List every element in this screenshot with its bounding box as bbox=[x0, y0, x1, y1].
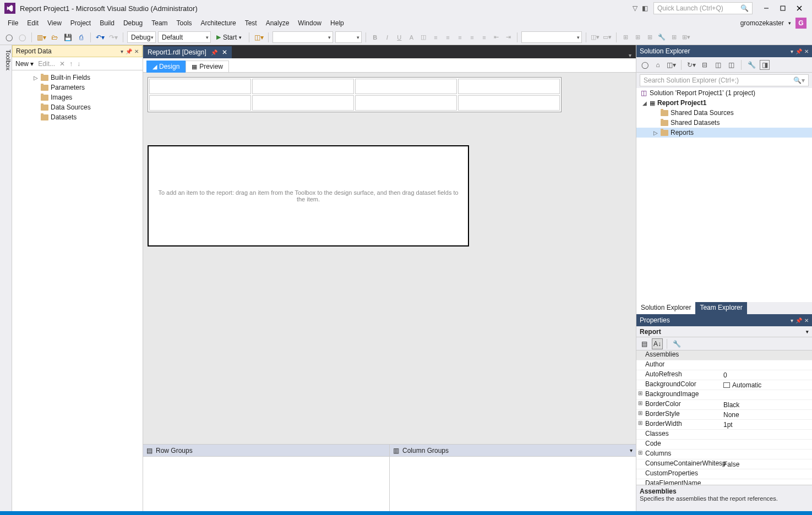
expand-icon[interactable]: ⊞ bbox=[636, 420, 644, 429]
expand-icon[interactable] bbox=[636, 469, 644, 479]
expand-icon[interactable] bbox=[636, 479, 644, 485]
expand-icon[interactable] bbox=[636, 430, 644, 439]
property-row[interactable]: DataElementName bbox=[636, 479, 812, 485]
menu-debug[interactable]: Debug bbox=[119, 18, 147, 29]
home-icon[interactable]: ◯ bbox=[640, 60, 650, 70]
property-value[interactable]: Black bbox=[721, 400, 812, 409]
dropdown-icon[interactable]: ▾ bbox=[806, 329, 809, 335]
property-row[interactable]: ⊞BorderWidth1pt bbox=[636, 420, 812, 430]
property-value[interactable]: False bbox=[721, 459, 812, 469]
menu-architecture[interactable]: Architecture bbox=[197, 18, 241, 29]
format-dropdown[interactable] bbox=[521, 31, 582, 43]
expand-icon[interactable] bbox=[636, 360, 644, 370]
row-groups-body[interactable] bbox=[143, 457, 389, 511]
properties-icon[interactable]: 🔧 bbox=[746, 60, 756, 70]
menu-help[interactable]: Help bbox=[326, 18, 348, 29]
property-row[interactable]: Author bbox=[636, 360, 812, 370]
menu-file[interactable]: File bbox=[3, 18, 23, 29]
properties-grid[interactable]: AssembliesAuthorAutoRefresh0BackgroundCo… bbox=[636, 350, 812, 485]
nav-back-button[interactable]: ◯ bbox=[3, 32, 14, 43]
undo-button[interactable]: ↶▾ bbox=[95, 32, 106, 43]
pin-icon[interactable]: 📌 bbox=[795, 48, 802, 54]
nav-fwd-button[interactable]: ◯ bbox=[17, 32, 28, 43]
menu-project[interactable]: Project bbox=[66, 18, 95, 29]
property-row[interactable]: BackgroundColorAutomatic bbox=[636, 380, 812, 390]
report-data-header[interactable]: Report Data ▾ 📌 ✕ bbox=[12, 45, 143, 57]
menu-analyze[interactable]: Analyze bbox=[261, 18, 294, 29]
expand-icon[interactable] bbox=[636, 380, 644, 390]
pin-icon[interactable]: 📌 bbox=[795, 317, 802, 324]
tab-design[interactable]: ◢ Design bbox=[146, 61, 186, 73]
panel-dropdown-icon[interactable]: ▾ bbox=[791, 317, 793, 324]
user-avatar[interactable]: G bbox=[795, 18, 806, 29]
underline-button[interactable]: U bbox=[394, 32, 404, 42]
toolbox-tab[interactable]: Toolbox bbox=[0, 45, 12, 511]
panel-dropdown-icon[interactable]: ▾ bbox=[121, 48, 123, 54]
user-dropdown-icon[interactable]: ▾ bbox=[788, 20, 791, 26]
menu-test[interactable]: Test bbox=[241, 18, 261, 29]
close-icon[interactable]: ✕ bbox=[804, 317, 809, 324]
property-row[interactable]: CustomProperties bbox=[636, 469, 812, 479]
property-row[interactable]: ConsumeContainerWhitespFalse bbox=[636, 459, 812, 469]
property-row[interactable]: ⊞BorderStyleNone bbox=[636, 410, 812, 420]
list-bullet-button[interactable]: ≡ bbox=[467, 32, 477, 42]
layout-space-button[interactable]: ⊞ bbox=[645, 32, 655, 42]
expand-icon[interactable]: ▷ bbox=[33, 75, 39, 81]
refresh-icon[interactable]: ↻▾ bbox=[686, 60, 696, 70]
property-value[interactable] bbox=[721, 469, 812, 479]
property-value[interactable]: 0 bbox=[721, 370, 812, 380]
property-value[interactable] bbox=[721, 450, 812, 459]
sync-icon[interactable]: ◫▾ bbox=[666, 60, 676, 70]
panel-dropdown-icon[interactable]: ▾ bbox=[791, 48, 793, 54]
se-node[interactable]: Shared Data Sources bbox=[636, 108, 812, 118]
property-value[interactable] bbox=[721, 350, 812, 360]
outdent-button[interactable]: ⇤ bbox=[491, 32, 501, 42]
close-icon[interactable]: ✕ bbox=[222, 48, 227, 56]
tab-team-explorer[interactable]: Team Explorer bbox=[695, 302, 746, 314]
layout-align-button[interactable]: ⊞ bbox=[620, 32, 630, 42]
expand-icon[interactable]: ◢ bbox=[642, 100, 647, 106]
save-all-button[interactable]: ⎙ bbox=[75, 32, 86, 43]
se-node[interactable]: ▷Reports bbox=[636, 128, 812, 138]
design-surface[interactable]: To add an item to the report: drag an it… bbox=[143, 73, 636, 444]
home-icon[interactable]: ⌂ bbox=[653, 60, 663, 70]
doc-tab-active[interactable]: Report1.rdl [Design] 📌 ✕ bbox=[143, 46, 232, 58]
menu-team[interactable]: Team bbox=[147, 18, 172, 29]
property-row[interactable]: ⊞Columns bbox=[636, 450, 812, 459]
show-all-icon[interactable]: ◫ bbox=[713, 60, 723, 70]
se-node[interactable]: Shared Datasets bbox=[636, 118, 812, 128]
report-item-button[interactable]: ◫▾ bbox=[253, 32, 264, 43]
solution-explorer-search[interactable]: Search Solution Explorer (Ctrl+;) 🔍▾ bbox=[640, 74, 809, 86]
flag-icon[interactable]: ▽ bbox=[633, 4, 637, 12]
platform-dropdown[interactable]: Default bbox=[158, 31, 211, 43]
expand-icon[interactable] bbox=[636, 459, 644, 469]
font-color-button[interactable]: A bbox=[406, 32, 416, 42]
expand-icon[interactable] bbox=[636, 370, 644, 380]
solution-explorer-header[interactable]: Solution Explorer ▾ 📌 ✕ bbox=[636, 45, 812, 57]
expand-icon[interactable] bbox=[636, 440, 644, 449]
minimize-button[interactable] bbox=[758, 2, 775, 14]
pin-icon[interactable]: 📌 bbox=[126, 48, 132, 54]
property-row[interactable]: Code bbox=[636, 440, 812, 450]
tab-preview[interactable]: ▦ Preview bbox=[186, 61, 229, 73]
layout-size-button[interactable]: ⊞ bbox=[633, 32, 642, 42]
tab-solution-explorer[interactable]: Solution Explorer bbox=[636, 302, 695, 314]
open-file-button[interactable]: 🗁 bbox=[49, 32, 60, 43]
report-data-item[interactable]: Parameters bbox=[12, 83, 143, 92]
property-value[interactable]: Automatic bbox=[721, 380, 812, 390]
expand-icon[interactable]: ⊞ bbox=[636, 400, 644, 409]
property-row[interactable]: AutoRefresh0 bbox=[636, 370, 812, 380]
categorized-button[interactable]: ▤ bbox=[639, 338, 650, 349]
collapse-icon[interactable]: ⊟ bbox=[700, 60, 710, 70]
report-data-item[interactable]: Data Sources bbox=[12, 102, 143, 112]
list-number-button[interactable]: ≡ bbox=[479, 32, 489, 42]
layout-merge-button[interactable]: ⊞▾ bbox=[681, 32, 691, 42]
border-button[interactable]: ◫▾ bbox=[590, 32, 600, 42]
report-data-item[interactable]: Images bbox=[12, 92, 143, 102]
report-data-item[interactable]: Datasets bbox=[12, 112, 143, 122]
redo-button[interactable]: ↷▾ bbox=[108, 32, 119, 43]
property-value[interactable] bbox=[721, 479, 812, 485]
save-button[interactable]: 💾 bbox=[62, 32, 73, 43]
properties-target[interactable]: Report ▾ bbox=[636, 326, 812, 337]
align-left-button[interactable]: ≡ bbox=[430, 32, 440, 42]
